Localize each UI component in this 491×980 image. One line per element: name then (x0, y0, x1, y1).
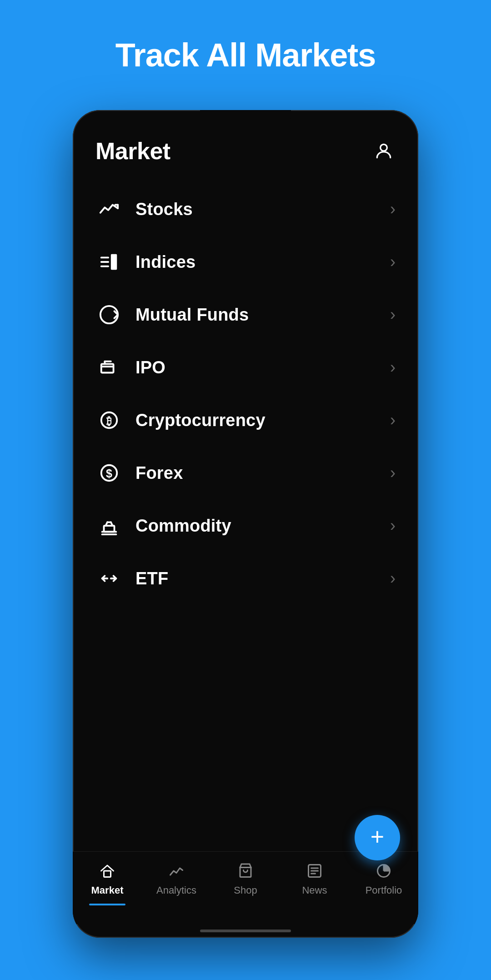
indices-icon (95, 248, 123, 276)
stocks-chevron: › (390, 200, 396, 219)
nav-item-analytics[interactable]: Analytics (142, 861, 211, 896)
svg-text:$: $ (106, 467, 112, 480)
phone-notch (200, 110, 291, 124)
etf-icon (95, 565, 123, 592)
profile-icon[interactable] (372, 139, 396, 163)
app-header: Market (73, 128, 418, 178)
menu-item-commodity[interactable]: Commodity › (73, 499, 418, 552)
nav-label-shop: Shop (234, 885, 257, 896)
mutual-funds-chevron: › (390, 305, 396, 324)
mutual-funds-label: Mutual Funds (135, 305, 390, 325)
indices-chevron: › (390, 252, 396, 271)
ipo-icon (95, 354, 123, 381)
nav-item-market[interactable]: Market (73, 861, 142, 896)
nav-item-shop[interactable]: Shop (211, 861, 280, 896)
forex-label: Forex (135, 463, 390, 483)
menu-item-mutual-funds[interactable]: Mutual Funds › (73, 288, 418, 341)
forex-chevron: › (390, 463, 396, 482)
fab-button[interactable]: + (355, 815, 400, 860)
commodity-chevron: › (390, 516, 396, 535)
home-icon (97, 861, 117, 881)
portfolio-icon (374, 861, 394, 881)
svg-rect-23 (104, 871, 111, 877)
ipo-label: IPO (135, 358, 390, 377)
svg-rect-7 (101, 364, 114, 372)
forex-icon: $ (95, 459, 123, 487)
phone-mockup: Market Stocks › (73, 110, 418, 938)
menu-item-etf[interactable]: ETF › (73, 552, 418, 605)
fab-plus-icon: + (371, 825, 384, 849)
menu-item-cryptocurrency[interactable]: ₿ Cryptocurrency › (73, 394, 418, 447)
menu-item-ipo[interactable]: IPO › (73, 341, 418, 394)
cryptocurrency-label: Cryptocurrency (135, 411, 390, 430)
svg-rect-15 (104, 526, 115, 532)
menu-item-forex[interactable]: $ Forex › (73, 447, 418, 499)
nav-label-market: Market (91, 885, 124, 896)
etf-chevron: › (390, 569, 396, 588)
menu-list: Stocks › Indices › (73, 178, 418, 851)
menu-item-stocks[interactable]: Stocks › (73, 183, 418, 236)
nav-label-analytics: Analytics (156, 885, 196, 896)
nav-item-portfolio[interactable]: Portfolio (349, 861, 418, 896)
phone-screen: Market Stocks › (73, 110, 418, 938)
bottom-nav: Market Analytics Shop (73, 851, 418, 924)
page-headline: Track All Markets (115, 36, 376, 74)
app-title: Market (95, 137, 170, 165)
news-icon (305, 861, 325, 881)
shop-icon (235, 861, 256, 881)
cryptocurrency-icon: ₿ (95, 407, 123, 434)
cryptocurrency-chevron: › (390, 411, 396, 430)
svg-text:₿: ₿ (106, 415, 112, 427)
commodity-icon (95, 512, 123, 539)
commodity-label: Commodity (135, 516, 390, 536)
svg-point-0 (381, 144, 387, 151)
nav-item-news[interactable]: News (280, 861, 349, 896)
indices-label: Indices (135, 252, 390, 272)
nav-label-portfolio: Portfolio (366, 885, 402, 896)
nav-label-news: News (302, 885, 327, 896)
analytics-icon (166, 861, 186, 881)
svg-rect-3 (111, 254, 117, 270)
menu-item-indices[interactable]: Indices › (73, 236, 418, 288)
mutual-funds-icon (95, 301, 123, 328)
home-indicator (73, 924, 418, 938)
stocks-label: Stocks (135, 200, 390, 219)
stocks-icon (95, 196, 123, 223)
etf-label: ETF (135, 569, 390, 588)
ipo-chevron: › (390, 358, 396, 377)
